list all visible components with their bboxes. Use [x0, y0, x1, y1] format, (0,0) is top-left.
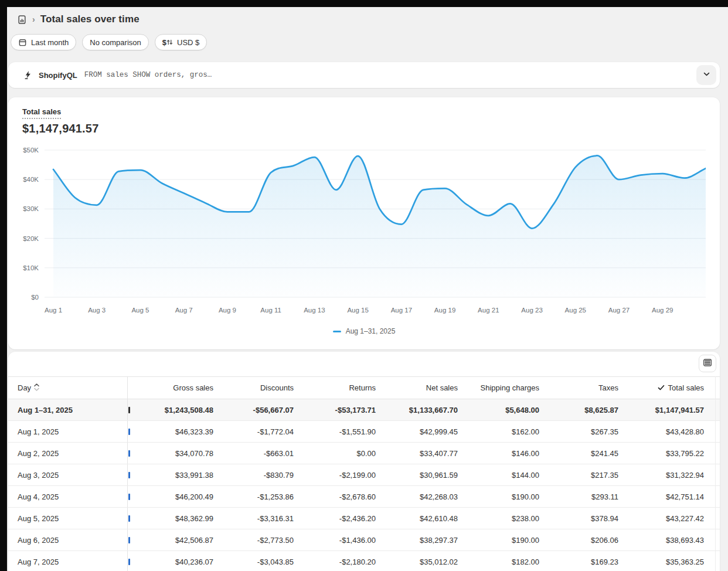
table-right-divider	[715, 376, 716, 571]
window-edge-left	[0, 0, 7, 571]
report-icon[interactable]	[16, 14, 27, 25]
svg-text:Aug 25: Aug 25	[565, 307, 586, 314]
summary-row[interactable]: Aug 1–31, 2025 $1,243,508.48 -$56,667.07…	[8, 399, 720, 421]
page-title: Total sales over time	[40, 13, 140, 25]
svg-text:Aug 21: Aug 21	[478, 307, 499, 314]
cell-taxes: $206.06	[539, 529, 618, 550]
cell-discounts: -$1,253.86	[213, 486, 294, 507]
table-row[interactable]: Aug 2, 2025 $34,070.78 -$663.01 $0.00 $3…	[8, 443, 720, 464]
table-row[interactable]: Aug 6, 2025 $42,506.87 -$2,773.50 -$1,43…	[8, 529, 720, 551]
sales-table-card: Day Gross sales Discounts Returns Net sa…	[8, 352, 720, 571]
breadcrumb-separator: ›	[32, 15, 35, 24]
window-edge-top	[0, 0, 728, 7]
svg-text:Aug 29: Aug 29	[652, 307, 673, 314]
svg-text:Aug 9: Aug 9	[219, 307, 236, 314]
svg-text:Aug 1: Aug 1	[45, 307, 62, 314]
cell-taxes: $267.35	[539, 421, 618, 442]
cell-shipping-charges: $182.00	[458, 551, 539, 571]
cell-net-sales: $38,297.37	[376, 529, 458, 550]
column-header-day[interactable]: Day	[8, 377, 128, 399]
cell-shipping-charges: $144.00	[458, 464, 539, 485]
chart-area	[53, 156, 706, 298]
svg-text:Aug 3: Aug 3	[88, 307, 106, 314]
row-day-label: Aug 3, 2025	[8, 464, 128, 485]
table-rows-icon	[703, 358, 712, 369]
cell-discounts: -$3,316.31	[213, 508, 294, 529]
table-view-button[interactable]	[699, 355, 716, 372]
cell-returns: -$2,199.00	[294, 464, 376, 485]
shopifyql-query-text: FROM sales SHOW orders, gros…	[84, 71, 212, 79]
cell-discounts: -$3,043.85	[213, 551, 294, 571]
chevron-down-icon	[703, 70, 710, 80]
svg-text:Aug 19: Aug 19	[434, 307, 455, 314]
cell-net-sales: $42,999.45	[376, 421, 458, 442]
column-header-returns[interactable]: Returns	[294, 377, 376, 399]
cell-total-sales: $33,795.22	[618, 443, 704, 464]
cell-taxes: $169.23	[539, 551, 618, 571]
sales-line-chart: $0$10K$20K$30K$40K$50KAug 1Aug 3Aug 5Aug…	[22, 144, 706, 318]
row-filler	[704, 443, 720, 464]
day-header-label: Day	[18, 383, 31, 392]
column-header-shipping-charges[interactable]: Shipping charges	[458, 377, 539, 399]
cell-total-sales: $35,363.25	[618, 551, 704, 571]
svg-text:Aug 17: Aug 17	[391, 307, 412, 314]
cell-returns: $0.00	[294, 443, 376, 464]
cell-gross-sales: $46,200.49	[131, 486, 213, 507]
breadcrumb: › Total sales over time	[16, 13, 140, 25]
cell-returns: -$1,551.90	[294, 421, 376, 442]
date-range-label: Last month	[31, 38, 69, 47]
summary-shipping-charges: $5,648.00	[458, 399, 539, 420]
sort-icon[interactable]	[34, 383, 39, 393]
summary-day: Aug 1–31, 2025	[8, 399, 128, 420]
currency-exchange-icon: $	[162, 38, 173, 47]
svg-text:Aug 7: Aug 7	[175, 307, 193, 314]
cell-net-sales: $30,961.59	[376, 464, 458, 485]
table-row[interactable]: Aug 7, 2025 $40,236.07 -$3,043.85 -$2,18…	[8, 551, 720, 571]
row-day-label: Aug 5, 2025	[8, 508, 128, 529]
column-header-net-sales[interactable]: Net sales	[376, 377, 458, 399]
svg-text:Aug 27: Aug 27	[608, 307, 630, 314]
column-header-total-sales[interactable]: Total sales	[618, 377, 704, 399]
column-header-taxes[interactable]: Taxes	[539, 377, 618, 399]
table-row[interactable]: Aug 5, 2025 $48,362.99 -$3,316.31 -$2,43…	[8, 508, 720, 529]
currency-button[interactable]: $ USD $	[155, 34, 207, 50]
cell-gross-sales: $46,323.39	[131, 421, 213, 442]
row-filler	[704, 529, 720, 550]
cell-net-sales: $35,012.02	[376, 551, 458, 571]
cell-gross-sales: $48,362.99	[131, 508, 213, 529]
table-row[interactable]: Aug 3, 2025 $33,991.38 -$830.79 -$2,199.…	[8, 464, 720, 486]
row-filler	[704, 464, 720, 485]
cell-returns: -$2,678.60	[294, 486, 376, 507]
comparison-button[interactable]: No comparison	[82, 34, 148, 50]
summary-gross-sales: $1,243,508.48	[131, 399, 213, 420]
row-filler	[704, 486, 720, 507]
calendar-icon	[18, 38, 27, 47]
svg-text:Aug 11: Aug 11	[260, 307, 281, 314]
cell-shipping-charges: $162.00	[458, 421, 539, 442]
summary-taxes: $8,625.87	[539, 399, 618, 420]
date-range-button[interactable]: Last month	[11, 34, 76, 50]
chart-svg: $0$10K$20K$30K$40K$50KAug 1Aug 3Aug 5Aug…	[22, 144, 706, 318]
total-sales-chart-card: Total sales $1,147,941.57 $0$10K$20K$30K…	[8, 97, 720, 349]
table-row[interactable]: Aug 4, 2025 $46,200.49 -$1,253.86 -$2,67…	[8, 486, 720, 508]
summary-returns: -$53,173.71	[294, 399, 376, 420]
summary-total-sales: $1,147,941.57	[618, 399, 704, 420]
table-row[interactable]: Aug 1, 2025 $46,323.39 -$1,772.04 -$1,55…	[8, 421, 720, 443]
shopifyql-bar[interactable]: ShopifyQL FROM sales SHOW orders, gros…	[8, 62, 720, 88]
svg-text:$10K: $10K	[23, 264, 39, 271]
cell-shipping-charges: $190.00	[458, 529, 539, 550]
cell-taxes: $378.94	[539, 508, 618, 529]
column-header-discounts[interactable]: Discounts	[213, 377, 294, 399]
svg-text:Aug 13: Aug 13	[304, 307, 325, 314]
metric-label[interactable]: Total sales	[22, 107, 61, 119]
cell-returns: -$2,436.20	[294, 508, 376, 529]
cell-gross-sales: $40,236.07	[131, 551, 213, 571]
column-header-gross-sales[interactable]: Gross sales	[131, 377, 213, 399]
table-header-row: Day Gross sales Discounts Returns Net sa…	[8, 376, 720, 399]
expand-query-button[interactable]	[696, 65, 716, 85]
legend-line-swatch	[333, 331, 341, 332]
shopifyql-bolt-icon	[23, 70, 33, 80]
table-toolbar	[8, 352, 720, 376]
legend-label: Aug 1–31, 2025	[346, 327, 396, 335]
cell-gross-sales: $42,506.87	[131, 529, 213, 550]
